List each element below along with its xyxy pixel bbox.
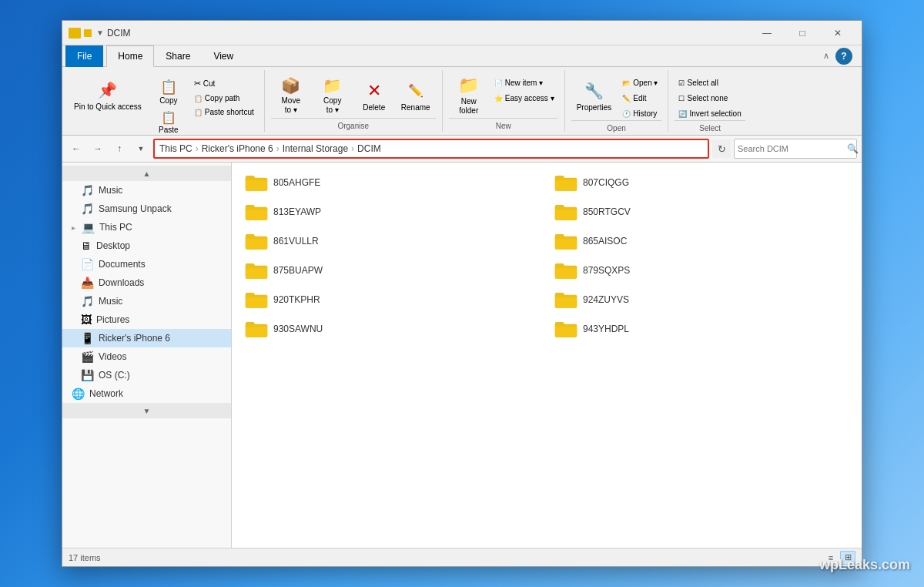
sidebar-item-desktop[interactable]: 🖥 Desktop: [62, 236, 231, 255]
sidebar-item-iphone[interactable]: 📱 Ricker's iPhone 6: [62, 329, 231, 347]
new-item-button[interactable]: 📄 New item ▾: [490, 76, 558, 89]
sidebar-samsung-label: Samsung Unpack: [99, 203, 172, 214]
sidebar-downloads-label: Downloads: [99, 277, 144, 288]
cut-button[interactable]: ✂ Cut: [190, 76, 258, 91]
copy-path-button[interactable]: 📋 Copy path: [190, 92, 258, 105]
new-folder-button[interactable]: 📁 Newfolder: [449, 73, 489, 118]
copy-to-button[interactable]: 📁 Copyto ▾: [313, 73, 353, 118]
recent-locations-button[interactable]: ▼: [132, 139, 150, 158]
tab-home[interactable]: Home: [106, 45, 154, 67]
select-none-button[interactable]: ☐ Select none: [675, 92, 745, 105]
file-item-folder-805[interactable]: 805AHGFE: [238, 169, 546, 196]
new-small-buttons: 📄 New item ▾ ⭐ Easy access ▾: [490, 73, 558, 105]
organise-buttons: 📦 Moveto ▾ 📁 Copyto ▾ ✕ Delete ✏️ Rename: [271, 72, 436, 118]
file-item-folder-850[interactable]: 850RTGCV: [547, 198, 855, 226]
minimize-button[interactable]: —: [749, 21, 785, 45]
paste-shortcut-button[interactable]: 📋 Paste shortcut: [190, 106, 258, 119]
close-button[interactable]: ✕: [820, 21, 855, 45]
file-item-folder-875[interactable]: 875BUAPW: [238, 257, 546, 284]
file-item-folder-924[interactable]: 924ZUYVS: [547, 286, 855, 314]
tab-file[interactable]: File: [65, 45, 103, 67]
delete-button[interactable]: ✕ Delete: [354, 73, 394, 118]
ribbon-collapse-button[interactable]: ∧: [823, 51, 829, 61]
sidebar-item-network[interactable]: 🌐 Network: [62, 384, 231, 403]
sidebar: ▲ 🎵 Music 🎵 Samsung Unpack ▸ 💻 This PC 🖥…: [62, 163, 232, 548]
refresh-button[interactable]: ↻: [712, 139, 731, 158]
file-item-folder-813[interactable]: 813EYAWP: [238, 198, 546, 226]
folder-icon: [244, 260, 269, 281]
history-button[interactable]: 🕐 History: [618, 107, 661, 120]
folder-icon: [244, 318, 269, 340]
folder-icon: [554, 318, 578, 340]
folder-icon: [554, 172, 578, 193]
pin-to-quick-access-button[interactable]: 📌 Pin to Quick access: [69, 73, 147, 118]
help-button[interactable]: ?: [835, 48, 852, 65]
tab-share[interactable]: Share: [154, 45, 202, 67]
paste-shortcut-icon: 📋: [194, 109, 203, 116]
tab-view[interactable]: View: [202, 45, 245, 67]
address-bar: ← → ↑ ▼ This PC › Ricker's iPhone 6 › In…: [62, 136, 862, 163]
properties-button[interactable]: 🔧 Properties: [571, 73, 618, 118]
file-item-folder-930[interactable]: 930SAWNU: [238, 315, 546, 343]
sidebar-item-videos[interactable]: 🎬 Videos: [62, 347, 231, 366]
file-label: 850RTGCV: [583, 206, 631, 217]
easy-access-button[interactable]: ⭐ Easy access ▾: [490, 92, 558, 105]
explorer-window: ▼ DCIM — □ ✕ File Home Share View ∧ ?: [62, 20, 862, 567]
clipboard-buttons: 📌 Pin to Quick access 📋 Copy 📋 Paste: [69, 72, 258, 136]
this-pc-expand-icon: ▸: [72, 223, 75, 232]
rename-button[interactable]: ✏️ Rename: [396, 73, 436, 118]
open-button[interactable]: 📂 Open ▾: [618, 76, 661, 89]
sidebar-item-downloads[interactable]: 📥 Downloads: [62, 273, 231, 292]
select-buttons: ☑ Select all ☐ Select none 🔄 Invert sele…: [675, 72, 745, 120]
title-bar-controls: — □ ✕: [749, 21, 855, 45]
sidebar-item-samsung-unpack[interactable]: 🎵 Samsung Unpack: [62, 200, 231, 218]
cut-icon: ✂: [194, 79, 201, 89]
sidebar-item-music-top[interactable]: 🎵 Music: [62, 181, 231, 200]
clipboard-small-buttons: 📋 Copy 📋 Paste: [149, 73, 189, 136]
maximize-button[interactable]: □: [785, 21, 820, 45]
sidebar-scroll-down[interactable]: ▼: [62, 403, 231, 418]
sidebar-network-label: Network: [89, 388, 123, 399]
select-label: Select: [675, 120, 745, 132]
os-icon: 💾: [81, 369, 94, 381]
copy-button[interactable]: 📋 Copy: [149, 76, 189, 107]
watermark: wpLeaks.com: [819, 557, 910, 573]
path-this-pc: This PC: [159, 143, 192, 154]
sidebar-item-this-pc[interactable]: ▸ 💻 This PC: [62, 218, 231, 236]
file-item-folder-807[interactable]: 807CIQGG: [547, 169, 855, 196]
file-item-folder-943[interactable]: 943YHDPL: [547, 315, 855, 343]
paste-button[interactable]: 📋 Paste: [149, 108, 189, 136]
edit-button[interactable]: ✏️ Edit: [618, 92, 661, 105]
file-item-folder-879[interactable]: 879SQXPS: [547, 257, 855, 284]
documents-icon: 📄: [81, 258, 94, 270]
move-to-button[interactable]: 📦 Moveto ▾: [271, 73, 311, 118]
downloads-icon: 📥: [81, 277, 94, 289]
invert-selection-button[interactable]: 🔄 Invert selection: [675, 107, 745, 120]
address-path[interactable]: This PC › Ricker's iPhone 6 › Internal S…: [153, 139, 709, 159]
sidebar-item-os-c[interactable]: 💾 OS (C:): [62, 366, 231, 384]
copy-path-icon: 📋: [194, 95, 203, 102]
search-box[interactable]: 🔍: [734, 139, 857, 159]
file-item-folder-865[interactable]: 865AISOC: [547, 227, 855, 255]
select-all-button[interactable]: ☑ Select all: [675, 76, 745, 89]
title-bar-folder-icon: [69, 28, 81, 39]
window-title: DCIM: [107, 28, 749, 39]
select-all-icon: ☑: [678, 79, 685, 87]
sidebar-item-pictures[interactable]: 🖼 Pictures: [62, 310, 231, 329]
open-small-buttons: 📂 Open ▾ ✏️ Edit 🕐 History: [618, 73, 661, 120]
ribbon-group-open: 🔧 Properties 📂 Open ▾ ✏️ Edit: [565, 70, 669, 132]
select-small-buttons: ☑ Select all ☐ Select none 🔄 Invert sele…: [675, 73, 745, 120]
back-button[interactable]: ←: [67, 139, 85, 158]
path-sep-2: ›: [276, 143, 280, 154]
file-item-folder-920[interactable]: 920TKPHR: [238, 286, 546, 314]
title-bar-dot: [84, 29, 92, 37]
forward-button[interactable]: →: [89, 139, 107, 158]
sidebar-scroll-up[interactable]: ▲: [62, 166, 231, 181]
sidebar-item-music[interactable]: 🎵 Music: [62, 292, 231, 310]
file-item-folder-861[interactable]: 861VULLR: [238, 227, 546, 255]
up-button[interactable]: ↑: [110, 139, 129, 158]
search-input[interactable]: [738, 144, 844, 153]
ribbon-group-new: 📁 Newfolder 📄 New item ▾ ⭐ Easy access ▾: [443, 70, 565, 132]
sidebar-item-documents[interactable]: 📄 Documents: [62, 255, 231, 273]
folder-icon: [554, 289, 578, 310]
